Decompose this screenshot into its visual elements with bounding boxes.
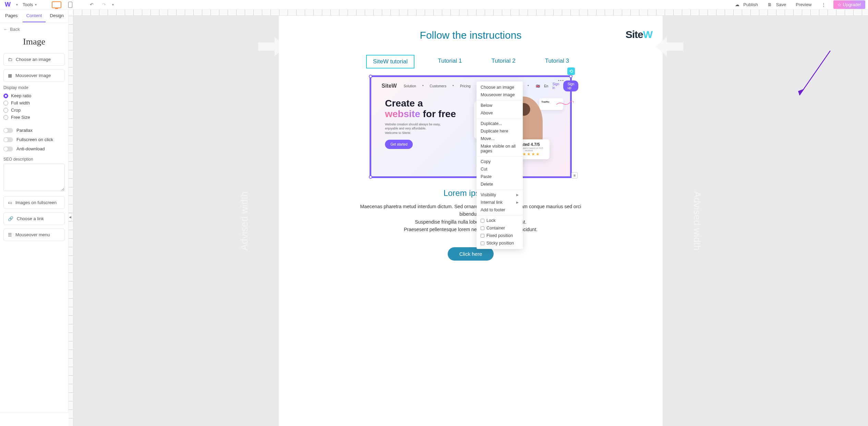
radio-icon (3, 101, 8, 105)
tab-design[interactable]: Design (46, 10, 68, 22)
click-here-button[interactable]: Click here (448, 247, 494, 261)
chevron-down-icon[interactable]: ▾ (112, 3, 114, 7)
tab-pages[interactable]: Pages (0, 10, 23, 22)
grid-icon: ▦ (8, 73, 12, 78)
app-logo[interactable]: W (3, 1, 13, 8)
advised-width-label: Advised width (691, 191, 702, 251)
ctx-copy[interactable]: Copy (477, 158, 523, 165)
radio-crop[interactable]: Crop (3, 106, 65, 114)
seo-description-label: SEO description (3, 157, 65, 162)
ctx-move[interactable]: Move... (477, 135, 523, 142)
arrow-left-icon (656, 36, 683, 57)
context-menu: Choose an image Mouseover image Below Ab… (477, 82, 523, 249)
cloud-upload-icon: ☁ (735, 2, 739, 7)
toggle-icon (3, 147, 13, 151)
ctx-mouseover-image[interactable]: Mouseover image (477, 91, 523, 99)
mouseover-image-button[interactable]: ▦Mouseover image (3, 69, 65, 82)
align-button[interactable]: ≡ (571, 172, 578, 178)
desktop-view-button[interactable] (50, 1, 63, 8)
radio-free-size[interactable]: Free Size (3, 114, 65, 121)
tab-content[interactable]: Content (23, 10, 45, 22)
publish-button[interactable]: ☁ Publish (733, 2, 760, 7)
more-menu-button[interactable]: ⋮ (819, 2, 828, 7)
ctx-lock[interactable]: Lock (477, 217, 523, 224)
upgrade-button[interactable]: ☆Upgrade! (833, 0, 865, 9)
undo-button[interactable]: ↶ (87, 2, 96, 8)
arrow-left-icon: ← (3, 27, 8, 32)
ctx-choose-image[interactable]: Choose an image (477, 84, 523, 91)
redo-icon: ↷ (101, 2, 107, 8)
seo-description-input[interactable] (3, 164, 65, 191)
ctx-container[interactable]: Container (477, 224, 523, 232)
save-button[interactable]: 🗎 Save (765, 2, 788, 7)
menu-icon: ☰ (8, 232, 12, 237)
resize-handle-top-right[interactable] (569, 75, 572, 78)
canvas[interactable]: Advised width SiteW Follow the instructi… (73, 16, 868, 426)
topbar: W ▾ Tools▾ ↶ ↷ ▾ ☁ Publish 🗎 Save Previe… (0, 0, 868, 10)
monitor-icon: ▭ (8, 200, 12, 205)
content-panel: ←Back Image 🗀Choose an image ▦Mouseover … (0, 23, 68, 426)
ctx-below[interactable]: Below (477, 102, 523, 109)
nav-tab-tutorial-1[interactable]: Tutorial 1 (432, 55, 468, 68)
tools-menu[interactable]: Tools▾ (21, 2, 39, 7)
choose-image-button[interactable]: 🗀Choose an image (3, 53, 65, 66)
ctx-sticky-position[interactable]: Sticky position (477, 239, 523, 247)
align-icon: ≡ (574, 173, 576, 177)
checkbox-icon (481, 226, 484, 230)
back-button[interactable]: ←Back (3, 25, 65, 35)
ctx-duplicate[interactable]: Duplicate... (477, 120, 523, 127)
radio-full-width[interactable]: Full width (3, 99, 65, 106)
desktop-icon (52, 1, 61, 8)
ctx-add-footer[interactable]: Add to footer (477, 206, 523, 214)
left-sidebar: Pages Content Design ←Back Image 🗀Choose… (0, 10, 69, 426)
ctx-make-visible[interactable]: Make visible on all pages (477, 142, 523, 155)
selected-image-block[interactable]: ⋯ ⟲ ≡ SiteW Solution▾ Customers▾ Pricing… (370, 75, 572, 178)
redo-button[interactable]: ↷ (99, 2, 109, 8)
resize-handle-top-left[interactable] (369, 75, 372, 78)
ctx-internal-link[interactable]: Internal link▶ (477, 199, 523, 206)
ctx-above[interactable]: Above (477, 109, 523, 117)
mouseover-menu-button[interactable]: ☰Mouseover menu (3, 228, 65, 241)
chevron-right-icon: ▶ (516, 201, 519, 204)
screenshot-logo: SiteW (382, 83, 397, 89)
subheading: Lorem ipsum... (289, 188, 652, 198)
nav-tab-tutorial-3[interactable]: Tutorial 3 (539, 55, 575, 68)
ctx-paste[interactable]: Paste (477, 173, 523, 180)
nav-tab-sitew-tutorial[interactable]: SiteW tutorial (366, 55, 414, 68)
ctx-fixed-position[interactable]: Fixed position (477, 232, 523, 239)
choose-link-button[interactable]: 🔗Choose a link (3, 212, 65, 225)
rotate-button[interactable]: ⟲ (567, 67, 575, 75)
sidebar-tabs: Pages Content Design (0, 10, 68, 23)
checkbox-icon (481, 234, 484, 238)
display-mode-label: Display mode (3, 85, 65, 90)
switch-anti-download[interactable]: Anti-download (3, 144, 65, 153)
ctx-visibility[interactable]: Visibility▶ (477, 191, 523, 199)
nav-tab-tutorial-2[interactable]: Tutorial 2 (485, 55, 521, 68)
switch-fullscreen-click[interactable]: Fullscreen on click (3, 135, 65, 144)
switch-parallax[interactable]: Parallax (3, 126, 65, 135)
advised-width-label: Advised width (239, 191, 250, 251)
radio-icon (3, 115, 8, 120)
toggle-icon (3, 137, 13, 142)
panel-title: Image (3, 37, 65, 47)
chevron-down-icon[interactable]: ▾ (16, 3, 18, 7)
ctx-duplicate-here[interactable]: Duplicate here (477, 127, 523, 135)
lorem-text: Maecenas pharetra metud interdum dictum.… (351, 203, 591, 234)
page-nav-tabs: SiteW tutorial Tutorial 1 Tutorial 2 Tut… (289, 55, 652, 68)
rotate-icon: ⟲ (569, 68, 573, 74)
ctx-delete[interactable]: Delete (477, 180, 523, 188)
brand-logo: SiteW (626, 29, 652, 40)
mobile-view-button[interactable] (66, 2, 74, 8)
images-fullscreen-button[interactable]: ▭Images on fullscreen (3, 196, 65, 209)
ctx-cut[interactable]: Cut (477, 165, 523, 173)
save-icon: 🗎 (768, 2, 772, 7)
radio-keep-ratio[interactable]: Keep ratio (3, 92, 65, 99)
flag-icon: 🇬🇧 (536, 84, 540, 88)
traffic-card: Traffic (539, 98, 563, 110)
block-more-button[interactable]: ⋯ (558, 76, 564, 84)
collapse-sidebar-handle[interactable]: ◀ (69, 213, 72, 221)
page-content[interactable]: SiteW Follow the instructions SiteW tuto… (279, 16, 663, 426)
preview-button[interactable]: Preview (794, 2, 813, 7)
resize-handle-bottom-left[interactable] (369, 175, 372, 179)
radio-icon (3, 93, 8, 98)
